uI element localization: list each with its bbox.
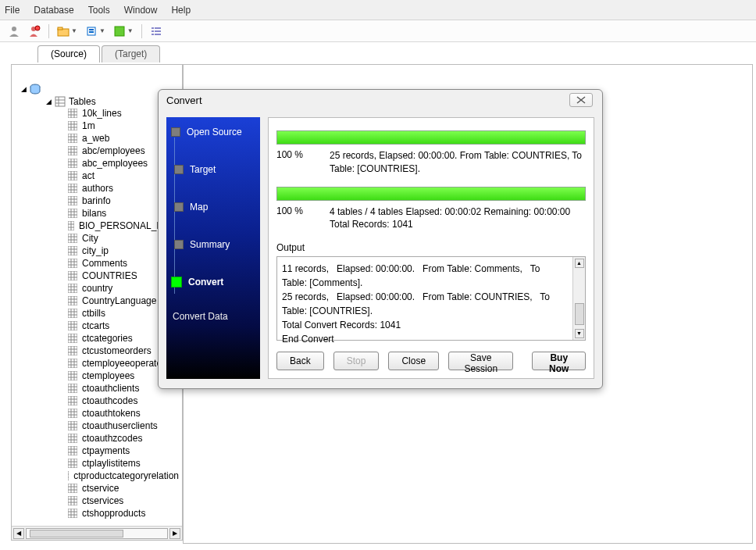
svg-rect-105 bbox=[68, 321, 77, 330]
table-icon bbox=[68, 171, 77, 180]
table-label: COUNTRIES bbox=[82, 270, 137, 281]
step-map[interactable]: Map bbox=[166, 198, 260, 216]
svg-rect-20 bbox=[68, 109, 77, 118]
svg-rect-30 bbox=[68, 134, 77, 143]
save-session-button[interactable]: Save Session bbox=[448, 352, 513, 370]
table-progress-text: 25 records, Elapsed: 00:00:00. From Tabl… bbox=[330, 149, 586, 176]
table-icon bbox=[68, 359, 77, 368]
svg-rect-35 bbox=[68, 146, 77, 155]
table-label: ctproductcategoryrelation bbox=[73, 470, 179, 481]
scroll-down-icon[interactable]: ▼ bbox=[575, 329, 584, 338]
menu-help[interactable]: Help bbox=[171, 5, 191, 16]
menu-tools[interactable]: Tools bbox=[88, 5, 110, 16]
table-label: City bbox=[82, 233, 98, 244]
run-button[interactable]: ▼ bbox=[113, 25, 134, 38]
scroll-right-icon[interactable]: ▶ bbox=[169, 528, 180, 539]
user-icon[interactable] bbox=[8, 25, 20, 38]
toolbar: ▼ ▼ ▼ bbox=[0, 20, 756, 42]
table-label: ctcategories bbox=[82, 333, 133, 344]
table-label: ctoauthuserclients bbox=[82, 420, 158, 431]
table-item[interactable]: ctproductcategoryrelation bbox=[68, 470, 179, 482]
table-label: bilans bbox=[82, 208, 106, 219]
user-add-icon[interactable] bbox=[28, 25, 41, 38]
collapse-icon[interactable]: ◢ bbox=[21, 85, 27, 93]
tab-source[interactable]: (Source) bbox=[37, 45, 100, 62]
wizard-nav: Open Source Target Map Summary Convert C… bbox=[166, 117, 260, 379]
step-convert[interactable]: Convert bbox=[166, 273, 260, 291]
tab-target[interactable]: (Target) bbox=[102, 45, 160, 62]
horizontal-scrollbar[interactable]: ◀ ▶ bbox=[12, 526, 182, 540]
table-label: ctemployees bbox=[82, 370, 134, 381]
scroll-thumb[interactable] bbox=[575, 303, 584, 325]
table-label: barinfo bbox=[82, 195, 111, 206]
close-icon bbox=[576, 96, 586, 104]
table-icon bbox=[68, 484, 77, 493]
svg-rect-16 bbox=[55, 97, 65, 106]
menu-database[interactable]: Database bbox=[34, 5, 73, 16]
step-summary[interactable]: Summary bbox=[166, 236, 260, 253]
step-target[interactable]: Target bbox=[166, 161, 260, 178]
table-item[interactable]: ctshopproducts bbox=[68, 507, 179, 520]
menu-window[interactable]: Window bbox=[124, 5, 158, 16]
svg-rect-12 bbox=[155, 30, 161, 32]
svg-rect-11 bbox=[152, 30, 154, 32]
svg-rect-110 bbox=[68, 334, 77, 343]
table-item[interactable]: ctoauthuserclients bbox=[68, 420, 179, 432]
table-icon bbox=[68, 284, 77, 293]
table-label: ctoauthtokens bbox=[82, 408, 141, 419]
scroll-left-icon[interactable]: ◀ bbox=[13, 528, 24, 539]
table-icon bbox=[68, 109, 77, 118]
table-item[interactable]: ctpayments bbox=[68, 445, 179, 457]
scroll-thumb[interactable] bbox=[30, 530, 123, 538]
list-icon[interactable] bbox=[150, 25, 162, 38]
stop-button[interactable]: Stop bbox=[333, 352, 380, 370]
table-label: act bbox=[82, 170, 94, 181]
table-item[interactable]: ctplaylistitems bbox=[68, 457, 179, 470]
table-icon bbox=[68, 209, 77, 218]
menu-file[interactable]: File bbox=[5, 5, 20, 16]
back-button[interactable]: Back bbox=[276, 352, 324, 370]
table-item[interactable]: ctoauthzcodes bbox=[68, 432, 179, 445]
table-item[interactable]: ctoauthtokens bbox=[68, 407, 179, 420]
table-icon bbox=[68, 321, 77, 330]
svg-rect-13 bbox=[152, 34, 154, 35]
svg-rect-6 bbox=[89, 29, 94, 30]
close-dialog-button[interactable]: Close bbox=[388, 352, 439, 370]
table-icon bbox=[68, 459, 77, 468]
tree-root[interactable]: ◢ bbox=[21, 84, 179, 95]
output-scrollbar[interactable]: ▲ ▼ bbox=[572, 257, 585, 340]
scroll-up-icon[interactable]: ▲ bbox=[575, 259, 584, 268]
svg-rect-4 bbox=[58, 27, 62, 30]
table-item[interactable]: ctoauthcodes bbox=[68, 395, 179, 407]
table-label: ctplaylistitems bbox=[82, 458, 141, 469]
table-icon bbox=[68, 384, 77, 393]
buy-now-button[interactable]: Buy Now bbox=[532, 352, 586, 370]
tree-pane: ◢ ◢ Tables 10k_lines1ma_webabc/employees… bbox=[11, 64, 183, 541]
dialog-title: Convert bbox=[166, 95, 202, 106]
close-button[interactable] bbox=[569, 93, 593, 107]
tables-icon bbox=[55, 96, 66, 107]
table-icon bbox=[68, 334, 77, 343]
output-box[interactable]: 11 records, Elapsed: 00:00:00. From Tabl… bbox=[276, 256, 586, 341]
table-item[interactable]: ctservices bbox=[68, 495, 179, 507]
svg-point-2 bbox=[35, 26, 40, 30]
table-item[interactable]: ctservice bbox=[68, 482, 179, 495]
svg-rect-160 bbox=[68, 459, 77, 468]
output-text: 11 records, Elapsed: 00:00:00. From Tabl… bbox=[282, 262, 580, 346]
table-icon bbox=[68, 234, 77, 243]
overall-progress-pct: 100 % bbox=[276, 205, 316, 232]
table-label: a_web bbox=[82, 133, 109, 144]
collapse-icon[interactable]: ◢ bbox=[46, 98, 52, 105]
folder-button[interactable]: ▼ bbox=[57, 25, 77, 38]
table-label: ctoauthclients bbox=[82, 383, 139, 394]
table-label: CountryLanguage bbox=[82, 295, 156, 306]
wizard-description: Convert Data bbox=[166, 311, 260, 322]
svg-rect-7 bbox=[89, 31, 94, 33]
table-icon bbox=[68, 134, 77, 143]
table-icon bbox=[68, 146, 77, 155]
table-label: abc_employees bbox=[82, 158, 148, 169]
step-open-source[interactable]: Open Source bbox=[166, 123, 260, 141]
svg-rect-55 bbox=[68, 196, 77, 205]
table-icon bbox=[68, 446, 77, 455]
db-button[interactable]: ▼ bbox=[85, 25, 105, 38]
